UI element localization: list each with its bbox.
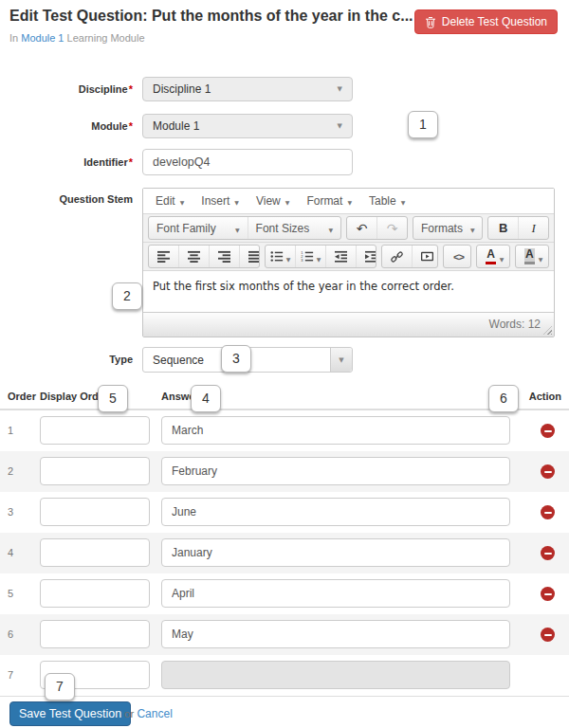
display-order-input[interactable]: [40, 620, 150, 648]
chevron-down-icon: ▼: [338, 122, 342, 130]
breadcrumb: In Module 1 Learning Module: [9, 32, 145, 44]
remove-row-icon[interactable]: [541, 628, 555, 642]
undo-icon: ↶: [357, 222, 368, 235]
outdent-button[interactable]: [325, 246, 356, 267]
answers-table-body: 1 2 3 4 5 6: [0, 410, 569, 697]
italic-button[interactable]: I: [518, 217, 548, 239]
remove-row-icon[interactable]: [541, 546, 555, 560]
type-select-arrow-button[interactable]: ▼: [330, 348, 352, 372]
redo-button[interactable]: ↷: [376, 217, 407, 239]
display-order-input[interactable]: [40, 498, 150, 526]
discipline-label: Discipline*: [0, 83, 133, 95]
module-label: Module*: [0, 120, 133, 132]
insert-media-button[interactable]: [412, 246, 438, 267]
answer-row: 2: [0, 451, 569, 492]
order-column-header: Order: [8, 384, 36, 409]
remove-row-icon[interactable]: [541, 587, 555, 601]
annotation-badge-5: 5: [98, 385, 128, 412]
menu-table[interactable]: Table: [360, 194, 413, 208]
text-color-button[interactable]: A: [477, 246, 510, 267]
background-color-icon: A: [524, 248, 535, 264]
chevron-down-icon: [286, 248, 291, 265]
chevron-down-icon: [347, 194, 352, 208]
display-order-input[interactable]: [40, 457, 150, 485]
answer-row: 3: [0, 492, 569, 533]
editor-menubar: Edit Insert View Format Table: [143, 189, 554, 213]
row-order-number: 6: [8, 614, 13, 655]
module-select[interactable]: Module 1 ▼: [142, 114, 353, 138]
align-left-button[interactable]: [149, 246, 178, 267]
align-right-button[interactable]: [209, 246, 239, 267]
formats-select[interactable]: Formats: [413, 217, 483, 239]
display-order-input[interactable]: [40, 416, 150, 445]
answer-input[interactable]: [161, 538, 510, 567]
menu-insert[interactable]: Insert: [193, 194, 248, 208]
row-order-number: 4: [8, 533, 13, 573]
delete-test-question-button[interactable]: Delete Test Question: [414, 9, 558, 34]
answer-input-disabled: [161, 661, 510, 689]
chevron-down-icon: [500, 248, 505, 265]
italic-icon: I: [532, 221, 536, 236]
remove-row-icon[interactable]: [541, 424, 555, 438]
editor-toolbar-1: Font Family Font Sizes ↶ ↷ Formats B I: [143, 213, 554, 242]
align-center-button[interactable]: [178, 246, 209, 267]
menu-edit[interactable]: Edit: [147, 194, 193, 208]
module-link[interactable]: Module 1: [21, 32, 64, 44]
align-right-icon: [217, 250, 231, 263]
answer-row: 1: [0, 410, 569, 451]
answer-input[interactable]: [161, 579, 510, 608]
row-order-number: 3: [8, 492, 13, 533]
resize-grip-icon[interactable]: [543, 326, 552, 335]
answer-input[interactable]: [161, 416, 510, 445]
answer-input[interactable]: [161, 620, 510, 648]
redo-icon: ↷: [387, 222, 398, 235]
remove-row-icon[interactable]: [541, 505, 555, 519]
row-order-number: 2: [8, 451, 13, 492]
cancel-area: or Cancel: [124, 707, 173, 720]
chevron-down-icon: ▼: [339, 356, 343, 364]
numbered-list-button[interactable]: 123: [295, 246, 325, 267]
answer-input[interactable]: [161, 498, 510, 526]
display-order-input[interactable]: [40, 538, 150, 567]
row-order-number: 7: [8, 655, 13, 696]
align-justify-icon: [248, 250, 260, 263]
question-stem-label: Question Stem: [0, 193, 133, 205]
remove-row-icon[interactable]: [541, 464, 555, 479]
edit-test-question-page: Edit Test Question: Put the months of th…: [0, 0, 569, 728]
save-test-question-button[interactable]: Save Test Question: [9, 701, 131, 726]
chevron-down-icon: [470, 222, 475, 235]
word-count: Words: 12: [489, 313, 541, 337]
action-column-header: Action: [529, 384, 561, 409]
link-icon: [390, 250, 404, 264]
answers-table-header: Order Display Order Answer Action: [0, 384, 569, 410]
code-icon: <>: [453, 251, 464, 263]
editor-content[interactable]: Put the first six months of the year in …: [143, 270, 554, 312]
align-center-icon: [187, 250, 201, 263]
align-justify-button[interactable]: [239, 246, 260, 267]
discipline-select[interactable]: Discipline 1 ▼: [142, 77, 353, 101]
chevron-down-icon: [234, 194, 239, 208]
display-order-input[interactable]: [40, 579, 150, 608]
answer-input[interactable]: [161, 457, 510, 485]
annotation-badge-4: 4: [191, 385, 221, 412]
menu-view[interactable]: View: [248, 194, 298, 208]
row-order-number: 1: [8, 410, 13, 451]
source-code-button[interactable]: <>: [444, 246, 471, 267]
identifier-input[interactable]: [142, 149, 353, 175]
background-color-button[interactable]: A: [516, 246, 549, 267]
answer-row: 6: [0, 614, 569, 655]
menu-format[interactable]: Format: [298, 194, 360, 208]
insert-link-button[interactable]: [382, 246, 412, 267]
chevron-down-icon: [401, 194, 406, 208]
font-family-select[interactable]: Font Family: [149, 217, 248, 239]
chevron-down-icon: [329, 222, 334, 235]
align-left-icon: [156, 250, 171, 263]
indent-button[interactable]: [356, 246, 376, 267]
editor-statusbar: Words: 12: [143, 312, 554, 337]
identifier-label: Identifier*: [0, 156, 133, 168]
undo-button[interactable]: ↶: [347, 217, 376, 239]
bullet-list-button[interactable]: [266, 246, 295, 267]
bold-button[interactable]: B: [488, 217, 518, 239]
cancel-link[interactable]: Cancel: [137, 707, 172, 720]
font-sizes-select[interactable]: Font Sizes: [248, 217, 341, 239]
